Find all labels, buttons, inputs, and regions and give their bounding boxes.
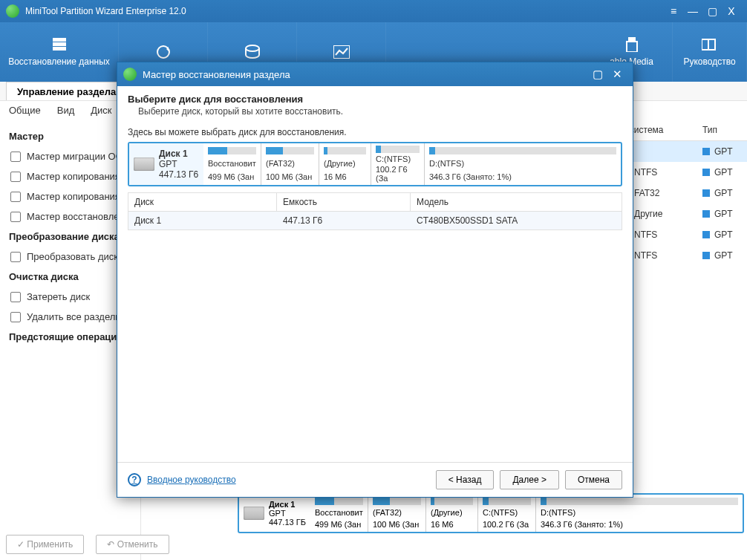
menu-disk[interactable]: Диск xyxy=(91,105,111,116)
menu-general[interactable]: Общие xyxy=(9,105,41,116)
partition-cell[interactable]: (Другие)16 М6 xyxy=(426,495,478,532)
square-icon xyxy=(702,210,710,218)
svg-rect-1 xyxy=(53,42,66,46)
maximize-button[interactable]: ▢ xyxy=(702,5,722,17)
modal-heading: Выберите диск для восстановления xyxy=(128,94,622,105)
col-type: Тип xyxy=(702,125,747,135)
svg-rect-0 xyxy=(53,38,66,42)
square-icon xyxy=(702,231,710,238)
close-button[interactable]: X xyxy=(722,5,741,17)
svg-rect-7 xyxy=(627,42,637,52)
modal-subheading: Выберите диск, который вы хотите восстан… xyxy=(128,106,622,117)
partition-cell[interactable]: (Другие)16 М6 xyxy=(319,143,371,185)
cancel-button[interactable]: Отмена xyxy=(565,470,622,489)
modal-note: Здесь вы можете выбрать диск для восстан… xyxy=(128,127,622,137)
modal-titlebar: Мастер восстановления раздела ▢ ✕ xyxy=(117,62,633,86)
square-icon xyxy=(702,189,710,197)
grid-row[interactable]: Диск 1 447.13 Г6 CT480BX500SSD1 SATA xyxy=(128,211,622,230)
help-icon: ? xyxy=(128,473,141,486)
partition-cell[interactable]: Восстановит499 М6 (Зан xyxy=(203,143,261,185)
modal-title-text: Мастер восстановления раздела xyxy=(143,69,290,80)
col-disk: Диск xyxy=(128,193,277,211)
wizard-icon xyxy=(10,152,21,162)
apply-button[interactable]: ✓ Применить xyxy=(6,535,84,554)
trash-icon xyxy=(10,312,21,322)
ribbon-label: Руководство xyxy=(683,56,735,67)
menu-view[interactable]: Вид xyxy=(57,105,75,116)
layers-icon xyxy=(50,37,68,52)
square-icon xyxy=(702,169,710,176)
hdd-icon xyxy=(244,507,264,520)
col-model: Модель xyxy=(411,193,622,211)
disk-id-cell: Диск 1 GPT 447.13 ГБ xyxy=(239,495,310,532)
recovery-wizard-modal: Мастер восстановления раздела ▢ ✕ Выбери… xyxy=(117,62,633,498)
partition-cell[interactable]: (FAT32)100 М6 (Зан xyxy=(261,143,319,185)
partition-cell[interactable]: C:(NTFS)100.2 Г6 (За xyxy=(371,143,425,185)
app-logo-icon xyxy=(123,68,137,81)
hamburger-icon[interactable]: ≡ xyxy=(664,5,683,17)
app-logo-icon xyxy=(6,4,19,18)
modal-disk-map[interactable]: Диск 1 GPT 447.13 Г6 Восстановит499 М6 (… xyxy=(128,142,622,186)
help-link[interactable]: ? Вводное руководство xyxy=(128,473,236,486)
square-icon xyxy=(702,252,710,259)
partition-cell[interactable]: Восстановит499 М6 (Зан xyxy=(310,495,368,532)
convert-icon xyxy=(10,252,21,262)
usb-icon xyxy=(623,37,641,52)
undo-button[interactable]: ↶ Отменить xyxy=(96,535,169,554)
back-button[interactable]: < Назад xyxy=(436,470,495,489)
modal-maximize-button[interactable]: ▢ xyxy=(588,68,607,81)
eraser-icon xyxy=(10,292,21,302)
app-title: MiniTool Partition Wizard Enterprise 12.… xyxy=(25,6,186,16)
main-titlebar: MiniTool Partition Wizard Enterprise 12.… xyxy=(0,0,747,22)
disk-refresh-icon xyxy=(154,45,172,59)
ribbon-data-recovery[interactable]: Восстановление данных xyxy=(0,22,119,82)
partition-cell[interactable]: (FAT32)100 М6 (Зан xyxy=(368,495,426,532)
copy-icon xyxy=(10,192,21,202)
disk-id-cell: Диск 1 GPT 447.13 Г6 xyxy=(129,143,203,185)
svg-rect-2 xyxy=(53,47,66,51)
minimize-button[interactable]: — xyxy=(683,5,702,17)
partition-cell[interactable]: D:(NTFS)346.3 Г6 (Занято: 1%) xyxy=(536,495,743,532)
ribbon-manual[interactable]: Руководство xyxy=(673,22,747,82)
disk-icon xyxy=(244,45,261,59)
bottom-disk-map[interactable]: Диск 1 GPT 447.13 ГБ Восстановит499 М6 (… xyxy=(238,493,744,533)
recovery-icon xyxy=(10,212,21,222)
tab-manage-partition[interactable]: Управление раздела xyxy=(6,82,127,100)
partition-cell[interactable]: C:(NTFS)100.2 Г6 (За xyxy=(478,495,536,532)
modal-close-button[interactable]: ✕ xyxy=(607,68,627,81)
next-button[interactable]: Далее > xyxy=(500,470,559,489)
copy-icon xyxy=(10,172,21,182)
svg-point-4 xyxy=(246,45,259,51)
square-icon xyxy=(702,148,710,155)
chart-icon xyxy=(333,45,350,59)
partition-cell[interactable]: D:(NTFS)346.3 Г6 (Занято: 1%) xyxy=(425,143,621,185)
ribbon-label: Восстановление данных xyxy=(8,56,110,67)
col-capacity: Емкость xyxy=(277,193,411,211)
hdd-icon xyxy=(134,157,154,171)
grid-header: Диск Емкость Модель xyxy=(128,192,622,211)
book-icon xyxy=(701,37,719,52)
